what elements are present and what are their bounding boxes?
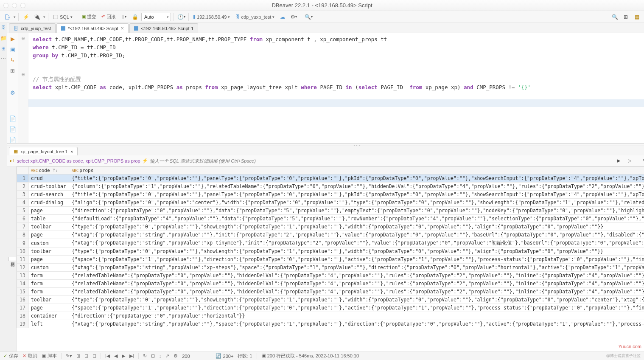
cell-props[interactable]: {"xtag":{"propDataType":"string","propVa… — [69, 264, 644, 272]
cell-code[interactable]: table — [28, 215, 69, 223]
run-new-tab-button[interactable]: ↳ — [10, 57, 15, 63]
cell-code[interactable]: toolbar — [28, 248, 69, 256]
cell-code[interactable]: form — [28, 280, 69, 288]
database-combo[interactable]: 🗄cdp_yuxp_test▾ — [233, 14, 276, 20]
cell-code[interactable]: page — [28, 256, 69, 264]
database-navigator-icon[interactable]: 🗄 — [0, 25, 7, 31]
gear-icon[interactable]: ⚙ — [10, 90, 15, 96]
commit-button[interactable]: ▣提交 — [80, 14, 98, 20]
table-row[interactable]: 11page{"space":{"propDataType":"1","prop… — [17, 256, 644, 264]
cell-props[interactable]: {"xtag":{"propDataType":"string","propVa… — [69, 231, 644, 239]
cell-props[interactable]: {"xtag":{"propDataType":"string","propVa… — [69, 320, 644, 328]
next-page-button[interactable]: ▶ — [122, 353, 125, 359]
table-row[interactable]: 13form{"relatedTableName":{"propDataType… — [17, 272, 644, 280]
table-row[interactable]: 14form{"relatedTableName":{"propDataType… — [17, 280, 644, 288]
filter-icon[interactable]: ⚡ — [142, 158, 148, 163]
close-tab-button[interactable]: × — [121, 25, 124, 31]
cell-code[interactable]: custom — [28, 264, 69, 272]
tab-script-active[interactable]: *<192.168.50.49> Script × — [56, 23, 129, 33]
grid-tab[interactable]: 网格 — [8, 257, 16, 261]
results-grid[interactable]: ABCcode Y↓ ABCprops Y↓ 1crud{"title":{"p… — [17, 166, 644, 352]
result-tab-1[interactable]: ▦xp_page_layout_tree 1 × — [9, 147, 78, 155]
lock-icon[interactable]: 🔒 — [130, 12, 140, 22]
tab-cdp-yuxp-test[interactable]: 🗄cdp_yuxp_test — [9, 23, 56, 33]
cell-props[interactable]: {"column":{"propDataType":"1","propValue… — [69, 183, 644, 191]
cell-props[interactable]: {"align":{"propDataType":"0","propValue"… — [69, 199, 644, 207]
clear-filter-button[interactable]: ▷ — [625, 156, 634, 166]
cell-props[interactable]: {"type":{"propDataType":"0","propValue":… — [69, 248, 644, 256]
db-perspective-button[interactable]: ▤ — [632, 12, 641, 22]
table-row[interactable]: 3crud-search{"title":{"propDataType":"0"… — [17, 191, 644, 199]
cancel-button[interactable]: ✕取消 — [22, 353, 37, 359]
new-connection-button[interactable] — [3, 12, 12, 22]
cell-props[interactable]: {"defaultLoad":{"propDataType":"4","prop… — [69, 215, 644, 223]
table-row[interactable]: 7toolbar{"type":{"propDataType":"0","pro… — [17, 223, 644, 231]
table-row[interactable]: 4crud-dialog{"align":{"propDataType":"0"… — [17, 199, 644, 207]
run-button[interactable]: ▶ — [11, 36, 15, 42]
file-icon[interactable]: 📄 — [9, 115, 16, 122]
cell-props[interactable]: {"type":{"propDataType":"0","propValue":… — [69, 296, 644, 304]
count-button[interactable]: 🔄 200+ — [216, 353, 234, 359]
cell-props[interactable]: {"direction":{"propDataType":"0","propVa… — [69, 207, 644, 215]
file3-icon[interactable]: 📄 — [9, 137, 16, 143]
search-button[interactable]: 🔍 — [610, 12, 619, 22]
dots-icon[interactable]: ⋯ — [0, 55, 7, 62]
table-row[interactable]: 5page{"direction":{"propDataType":"0","p… — [17, 207, 644, 215]
first-page-button[interactable]: |◀ — [105, 353, 110, 359]
sql-editor-button[interactable]: SQL▾ — [51, 14, 74, 20]
cell-props[interactable]: {"relatedTableName":{"propDataType":"0",… — [69, 288, 644, 296]
schema-button[interactable]: ☁ — [278, 12, 287, 22]
cell-props[interactable]: {"title":{"propDataType":"0","propValue"… — [69, 174, 644, 183]
maximize-window-button[interactable] — [20, 3, 25, 8]
table-row[interactable]: 17page{"space":{"propDataType":"1","prop… — [17, 304, 644, 312]
cell-code[interactable]: crud-toolbar — [28, 183, 69, 191]
projects-icon[interactable]: 📁 — [0, 35, 7, 42]
cell-code[interactable]: container — [28, 312, 69, 320]
cell-props[interactable]: {"xtag":{"propDataType":"string","propVa… — [69, 239, 644, 248]
export-data-button[interactable]: ↗ — [165, 353, 169, 359]
cell-code[interactable]: form — [28, 272, 69, 280]
settings-data-button[interactable]: ⚙ — [174, 353, 178, 359]
table-row[interactable]: 18container{"direction":{"propDataType":… — [17, 312, 644, 320]
auto-commit-combo[interactable]: Auto — [141, 13, 171, 21]
table-row[interactable]: 16toolbar{"type":{"propDataType":"0","pr… — [17, 296, 644, 304]
cell-props[interactable]: {"relatedTableName":{"propDataType":"0",… — [69, 280, 644, 288]
last-page-button[interactable]: ▶| — [129, 353, 134, 359]
cell-code[interactable]: crud-dialog — [28, 199, 69, 207]
table-row[interactable]: 15form{"relatedTableName":{"propDataType… — [17, 288, 644, 296]
rollback-button[interactable]: ↶回滚 — [100, 14, 118, 20]
cell-code[interactable]: custom — [28, 239, 69, 248]
cell-code[interactable]: left — [28, 320, 69, 328]
cell-code[interactable]: page — [28, 304, 69, 312]
cell-props[interactable]: {"direction":{"propDataType":"0","propVa… — [69, 312, 644, 320]
search-dropdown[interactable]: 🔍▾ — [304, 12, 313, 22]
settings-button[interactable]: ⚙▾ — [289, 12, 298, 22]
perspective-button[interactable]: ⊞ — [621, 12, 630, 22]
code-content[interactable]: select t.CMP_NAME,t.CMP_CODE,tt.PROP_COD… — [28, 33, 644, 143]
cell-code[interactable]: toolbar — [28, 223, 69, 231]
transaction-mode-button[interactable]: T▾ — [119, 12, 129, 22]
refresh-button[interactable]: ↻ — [143, 353, 147, 359]
table-row[interactable]: 6table{"defaultLoad":{"propDataType":"4"… — [17, 215, 644, 223]
file2-icon[interactable]: 📄 — [9, 126, 16, 132]
prev-page-button[interactable]: ◀ — [114, 353, 118, 359]
table-row[interactable]: 9custom{"xtag":{"propDataType":"string",… — [17, 239, 644, 248]
nav-button-2[interactable]: ↕ — [159, 354, 162, 359]
explain-button[interactable]: ⊞ — [10, 68, 15, 74]
script-button[interactable]: ▣脚本 — [42, 353, 57, 359]
minimize-window-button[interactable] — [12, 3, 17, 8]
table-row[interactable]: 8page{"xtag":{"propDataType":"string","p… — [17, 231, 644, 239]
edit-button[interactable]: ✎▾ — [66, 353, 72, 359]
copy-row-button[interactable]: ⊡ — [84, 353, 88, 359]
nav-button-1[interactable]: ⊡ — [151, 353, 155, 359]
plug-icon[interactable]: ⚡ — [21, 12, 31, 22]
cell-code[interactable]: crud — [28, 174, 69, 183]
close-result-tab[interactable]: × — [70, 149, 73, 154]
datasource-combo[interactable]: ▮192.168.50.49▾ — [191, 14, 232, 20]
table-row[interactable]: 10toolbar{"type":{"propDataType":"0","pr… — [17, 248, 644, 256]
tab-script-1[interactable]: <192.168.50.49> Script-1 — [129, 23, 198, 33]
table-row[interactable]: 12custom{"xtag":{"propDataType":"string"… — [17, 264, 644, 272]
cell-props[interactable]: {"type":{"propDataType":"0","propValue":… — [69, 223, 644, 231]
table-row[interactable]: 19left{"xtag":{"propDataType":"string","… — [17, 320, 644, 328]
cell-code[interactable]: page — [28, 207, 69, 215]
